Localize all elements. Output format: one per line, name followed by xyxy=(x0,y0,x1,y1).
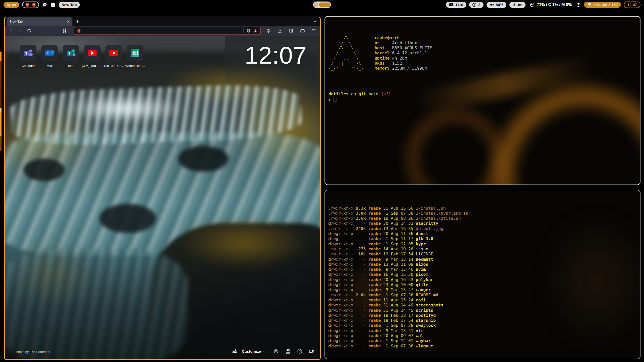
file-row: drwxr-xr-x - raabe 20 Aug 16:53 polybar xyxy=(328,277,640,282)
windows-logo-icon[interactable] xyxy=(50,2,56,8)
shortcut-tile[interactable] xyxy=(105,45,122,61)
customize-bar: Customize xyxy=(232,348,314,355)
file-row: drwxr-xr-x - raabe 13 Aug 11:09 nixos xyxy=(328,262,640,267)
center-toggle[interactable] xyxy=(313,2,331,8)
terminal-file-list[interactable]: .rwxr-xr-x 8.3k raabe 31 Aug 15:56 1-ins… xyxy=(325,190,640,359)
power-icon[interactable] xyxy=(576,2,581,8)
bookmarks-book-icon[interactable] xyxy=(285,348,291,354)
file-row: .rw-r--r-- 2.0k raabe 1 Sep 07:38 README… xyxy=(328,293,640,298)
file-row: .rwxr-xr-x 2.6k raabe 18 Aug 08:26 2-ins… xyxy=(328,216,640,221)
shortcut-teams[interactable]: TCalendar xyxy=(20,45,36,61)
shortcut-webmailer[interactable]: Webmailer … xyxy=(127,45,143,61)
terminal-cursor xyxy=(334,97,337,102)
chat-bubble-icon[interactable] xyxy=(42,2,47,8)
file-row: drwxr-xr-x - raabe 20 Aug 11:36 dunst xyxy=(328,231,640,236)
sliders-icon[interactable] xyxy=(232,348,238,354)
address-bar-separator xyxy=(244,28,244,33)
leo-ai-icon[interactable] xyxy=(266,28,271,33)
tab-close-icon[interactable]: ✕ xyxy=(67,19,70,24)
file-row: drwxr-xr-x - raabe 1 Sep 12:01 waybar xyxy=(328,338,640,343)
file-row: drwxr-xr-x - raabe 9 Mar 13:47 ranger xyxy=(328,287,640,292)
youtube-counter-pill[interactable]: 1110 xyxy=(446,2,466,8)
shortcut-tile[interactable]: S xyxy=(63,45,79,61)
shortcut-label: Home xyxy=(67,64,75,68)
customize-button[interactable]: Customize xyxy=(242,349,261,353)
apps-button[interactable]: Apps xyxy=(4,2,19,8)
ethernet-icon xyxy=(587,3,592,7)
system-stats-text: 71% / C 1% / M 8% xyxy=(537,3,572,7)
tab-title: New Tab xyxy=(10,20,23,23)
ip-address: 192.168.2.159 xyxy=(594,3,618,7)
file-row: drwxr-xr-x - raabe 16 Aug 15:30 picom xyxy=(328,272,640,277)
bat-token-icon[interactable] xyxy=(253,28,258,33)
file-row: .rw-r--r-- 18k raabe 19 Feb 17:54 LICENS… xyxy=(328,252,640,257)
brave-rewards-icon[interactable] xyxy=(77,28,82,33)
status-bar: Apps New Tab 1110 xyxy=(0,0,644,10)
fastfetch-output: /\ / \ /\ \ / \ / ,, \ / | | -\ /_-'' ''… xyxy=(325,17,640,113)
shortcuts-row: TCalendarOMailSHome(396) YouTu…YouTube C… xyxy=(20,45,143,61)
back-icon[interactable] xyxy=(8,28,14,33)
youtube-icon xyxy=(449,3,454,7)
tab-new-tab[interactable]: New Tab ✕ xyxy=(7,17,72,26)
window-title-pill[interactable]: New Tab xyxy=(59,2,80,8)
file-row: drwxr-xr-x - raabe 1 Sep 07:38 swaylock xyxy=(328,323,640,328)
sidebar-icon[interactable] xyxy=(289,28,294,33)
settings-gear-icon[interactable] xyxy=(273,348,279,354)
shortcut-label: Webmailer … xyxy=(125,64,145,68)
volume-value: 80% xyxy=(496,3,503,7)
wallet-icon[interactable] xyxy=(300,28,305,33)
history-icon[interactable] xyxy=(297,348,303,354)
address-bar[interactable] xyxy=(74,27,261,35)
new-tab-button[interactable]: + xyxy=(76,19,79,24)
package-icon xyxy=(530,2,535,8)
shortcut-outlook[interactable]: OMail xyxy=(41,45,58,61)
file-row: drwxr-xr-x - raabe 31 Aug 14:49 screensh… xyxy=(328,303,640,308)
volume-pill[interactable]: 80% xyxy=(487,2,506,8)
shortcut-label: (396) YouTu… xyxy=(82,64,103,68)
download-icon[interactable] xyxy=(277,28,283,33)
toggle-knob xyxy=(314,3,318,7)
edge-strip xyxy=(0,52,2,61)
file-row: .rw-r--r-- 273 raabe 14 Apr 10:26 issue xyxy=(328,247,640,252)
brave-workspace-icon xyxy=(25,3,29,7)
reload-icon[interactable] xyxy=(26,28,32,33)
brave-shields-icon[interactable] xyxy=(246,28,251,33)
menu-icon[interactable] xyxy=(311,28,316,33)
terminal-fastfetch[interactable]: /\ / \ /\ \ / \ / ,, \ / | | -\ /_-'' ''… xyxy=(325,16,640,185)
network-pill[interactable]: 192.168.2.159 xyxy=(584,2,621,8)
workspace-indicator[interactable] xyxy=(22,2,39,8)
shortcut-youtube2[interactable]: YouTube Cr… xyxy=(105,45,122,61)
shortcut-tile[interactable] xyxy=(84,45,101,61)
edge-strip xyxy=(0,61,2,108)
system-stats[interactable]: 71% / C 1% / M 8% xyxy=(530,2,572,8)
shortcut-sharepoint[interactable]: SHome xyxy=(63,45,79,61)
clock-text: 12:07 xyxy=(627,3,637,7)
file-row: drwxr-xr-x - raabe 9 Mar 13:51 vim xyxy=(328,328,640,333)
shortcut-tile[interactable]: O xyxy=(41,45,58,61)
shortcut-tile[interactable]: T xyxy=(20,45,36,61)
clock-pill[interactable]: 12:07 xyxy=(624,2,640,8)
file-row: drwxr-xr-x - raabe 19 Feb 18:17 spotifyd xyxy=(328,313,640,318)
file-row: drwxr-xr-x - raabe 9 Mar 13:14 neomutt xyxy=(328,257,640,262)
speaker-icon xyxy=(490,3,494,7)
shortcut-tile[interactable] xyxy=(127,45,143,61)
file-row: .rwxr-xr-x 8.3k raabe 31 Aug 15:56 1-ins… xyxy=(328,206,640,211)
tab-search-chevron-icon[interactable] xyxy=(313,20,317,24)
screen-edge-decoration xyxy=(0,0,2,362)
updates-icon xyxy=(472,3,476,7)
file-row: drwxr-xr-x - raabe 30 Aug 14:33 alacritt… xyxy=(328,221,640,226)
youtube-count: 1110 xyxy=(455,3,463,7)
bluetooth-pill[interactable]: on xyxy=(509,2,526,8)
shortcut-youtube[interactable]: (396) YouTu… xyxy=(84,45,101,61)
bookmark-icon[interactable] xyxy=(62,28,67,33)
updates-count: 2 xyxy=(478,3,480,7)
forward-icon[interactable] xyxy=(17,28,23,33)
edge-strip xyxy=(0,136,2,151)
browser-toolbar xyxy=(5,26,320,36)
file-row: .rwxr-xr-x 3.0k raabe 1 Sep 07:38 2-inst… xyxy=(328,211,640,216)
updates-pill[interactable]: 2 xyxy=(469,2,483,8)
video-camera-icon[interactable] xyxy=(309,348,314,354)
browser-window: New Tab ✕ + xyxy=(4,17,321,360)
shortcut-label: Calendar xyxy=(22,64,35,68)
tab-strip: New Tab ✕ + xyxy=(5,17,320,26)
